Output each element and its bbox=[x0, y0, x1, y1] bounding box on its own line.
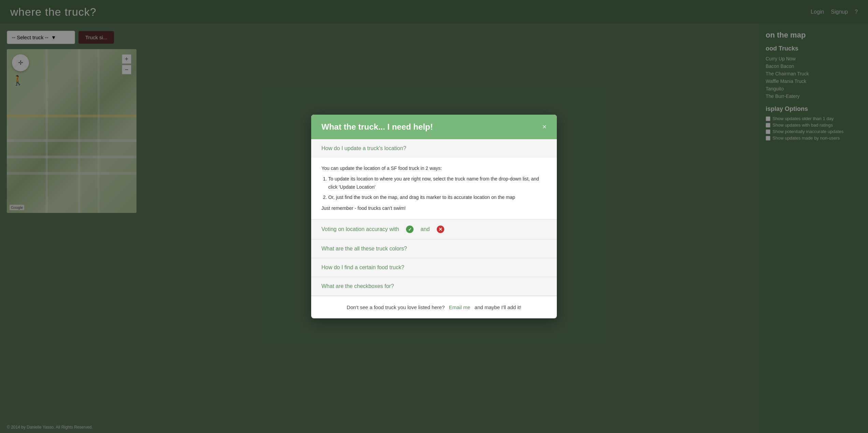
faq-item-find-truck: How do I find a certain food truck? bbox=[311, 258, 557, 277]
faq-answer-note: Just remember - food trucks can't swim! bbox=[321, 204, 547, 213]
modal-footer: Don't see a food truck you love listed h… bbox=[311, 296, 557, 318]
footer-text: Don't see a food truck you love listed h… bbox=[347, 304, 445, 310]
modal-close-button[interactable]: × bbox=[542, 123, 547, 131]
list-item: To update its location to where you are … bbox=[328, 175, 547, 191]
faq-answer-intro: You can update the location of a SF food… bbox=[321, 164, 547, 173]
modal-title: What the truck... I need help! bbox=[321, 122, 433, 132]
faq-question-voting[interactable]: Voting on location accuracy with ✓ and ✕ bbox=[311, 219, 557, 239]
thumbs-down-icon: ✕ bbox=[437, 226, 444, 233]
faq-answer-steps: To update its location to where you are … bbox=[328, 175, 547, 201]
faq-question-update-location[interactable]: How do I update a truck's location? bbox=[311, 139, 557, 158]
thumbs-up-icon: ✓ bbox=[406, 226, 414, 233]
faq-answer-update-location: You can update the location of a SF food… bbox=[311, 158, 557, 219]
list-item: Or, just find the truck on the map, and … bbox=[328, 193, 547, 202]
faq-item-voting: Voting on location accuracy with ✓ and ✕ bbox=[311, 219, 557, 240]
faq-item-truck-colors: What are the all these truck colors? bbox=[311, 240, 557, 258]
footer-suffix: and maybe I'll add it! bbox=[475, 304, 521, 310]
email-link[interactable]: Email me bbox=[449, 304, 471, 310]
faq-item-checkboxes: What are the checkboxes for? bbox=[311, 277, 557, 296]
faq-question-truck-colors[interactable]: What are the all these truck colors? bbox=[311, 240, 557, 258]
faq-question-find-truck[interactable]: How do I find a certain food truck? bbox=[311, 258, 557, 277]
modal-header: What the truck... I need help! × bbox=[311, 115, 557, 139]
help-modal: What the truck... I need help! × How do … bbox=[311, 115, 557, 319]
modal-body: How do I update a truck's location? You … bbox=[311, 139, 557, 296]
faq-item-update-location: How do I update a truck's location? You … bbox=[311, 139, 557, 220]
faq-question-checkboxes[interactable]: What are the checkboxes for? bbox=[311, 277, 557, 295]
modal-overlay[interactable]: What the truck... I need help! × How do … bbox=[0, 0, 868, 433]
